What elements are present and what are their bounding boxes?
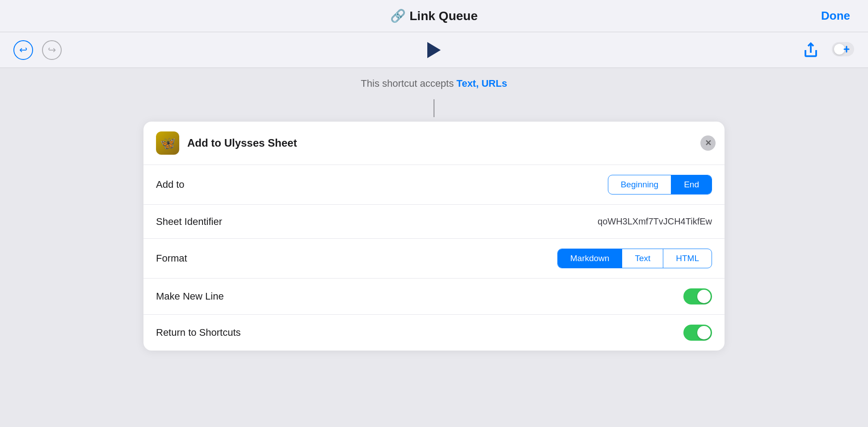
top-bar: 🔗 Link Queue Done: [0, 0, 868, 32]
accepts-bar: This shortcut accepts Text, URLs: [0, 68, 868, 99]
sheet-identifier-label: Sheet Identifier: [156, 216, 222, 228]
format-segmented[interactable]: Markdown Text HTML: [557, 249, 712, 268]
settings-toggle-icon: [831, 42, 855, 57]
play-button[interactable]: [427, 42, 441, 58]
format-row: Format Markdown Text HTML: [143, 239, 725, 279]
toolbar-right: [803, 42, 855, 59]
return-to-shortcuts-label: Return to Shortcuts: [156, 327, 241, 338]
make-new-line-toggle[interactable]: [683, 288, 712, 304]
end-option[interactable]: End: [671, 175, 712, 194]
format-label: Format: [156, 253, 187, 264]
card-title: Add to Ulysses Sheet: [187, 137, 297, 149]
make-new-line-label: Make New Line: [156, 291, 224, 302]
page-title: 🔗 Link Queue: [390, 8, 477, 23]
return-to-shortcuts-row: Return to Shortcuts: [143, 315, 725, 351]
action-card: 🦋 Add to Ulysses Sheet ✕ Add to Beginnin…: [143, 122, 725, 351]
redo-icon: ↪: [48, 44, 56, 56]
toggle-knob: [697, 290, 711, 303]
svg-point-2: [834, 44, 845, 55]
close-button[interactable]: ✕: [700, 135, 716, 151]
undo-icon: ↩: [19, 44, 27, 56]
butterfly-icon: 🦋: [160, 136, 176, 151]
share-button[interactable]: [803, 42, 819, 58]
app-icon: 🦋: [156, 131, 179, 155]
vertical-divider: [434, 99, 434, 117]
text-option[interactable]: Text: [622, 249, 663, 268]
add-to-segmented[interactable]: Beginning End: [608, 175, 712, 194]
settings-toggle-button[interactable]: [831, 42, 855, 59]
card-header: 🦋 Add to Ulysses Sheet ✕: [143, 122, 725, 165]
sheet-identifier-value: qoWH3LXmf7TvJCH4TikfEw: [598, 216, 712, 227]
return-to-shortcuts-toggle[interactable]: [683, 325, 712, 341]
toggle-knob-2: [697, 326, 711, 339]
play-triangle-icon: [427, 42, 441, 58]
beginning-option[interactable]: Beginning: [608, 175, 671, 194]
add-to-label: Add to: [156, 179, 185, 190]
sheet-identifier-row: Sheet Identifier qoWH3LXmf7TvJCH4TikfEw: [143, 205, 725, 239]
make-new-line-row: Make New Line: [143, 279, 725, 315]
undo-button[interactable]: ↩: [13, 40, 33, 60]
share-icon: [803, 42, 819, 58]
link-icon: 🔗: [390, 8, 406, 23]
add-to-row: Add to Beginning End: [143, 165, 725, 205]
done-button[interactable]: Done: [821, 9, 850, 23]
html-option[interactable]: HTML: [663, 249, 712, 268]
redo-button[interactable]: ↪: [42, 40, 62, 60]
markdown-option[interactable]: Markdown: [558, 249, 622, 268]
toolbar: ↩ ↪: [0, 32, 868, 68]
